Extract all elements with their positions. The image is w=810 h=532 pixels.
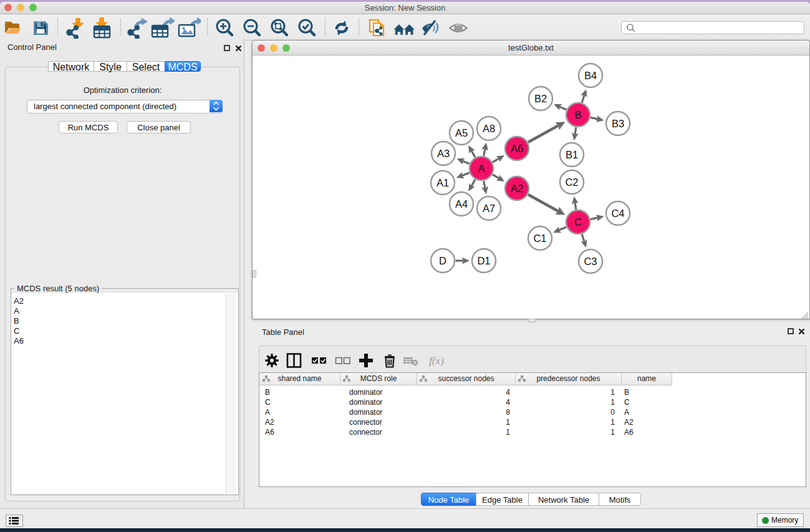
svg-text:C4: C4 (611, 208, 624, 219)
svg-text:D1: D1 (477, 255, 490, 266)
svg-text:f(x): f(x) (429, 355, 444, 367)
svg-text:A: A (478, 163, 485, 174)
svg-text:A4: A4 (455, 198, 468, 210)
svg-text:C2: C2 (565, 177, 578, 188)
svg-text:A8: A8 (483, 123, 495, 134)
svg-text:A5: A5 (455, 127, 468, 138)
svg-text:B2: B2 (534, 93, 547, 104)
svg-text:A2: A2 (511, 183, 523, 194)
svg-text:C3: C3 (584, 256, 597, 267)
svg-text:A7: A7 (483, 203, 495, 214)
svg-text:C: C (574, 216, 582, 228)
svg-text:A6: A6 (511, 143, 523, 154)
svg-text:A3: A3 (437, 148, 450, 159)
svg-text:C1: C1 (533, 233, 546, 244)
svg-text:B4: B4 (584, 70, 597, 81)
svg-text:B1: B1 (566, 149, 578, 160)
svg-text:B: B (574, 109, 581, 120)
svg-text:D: D (439, 255, 446, 266)
svg-text:B3: B3 (612, 118, 624, 129)
svg-text:A1: A1 (436, 177, 449, 188)
